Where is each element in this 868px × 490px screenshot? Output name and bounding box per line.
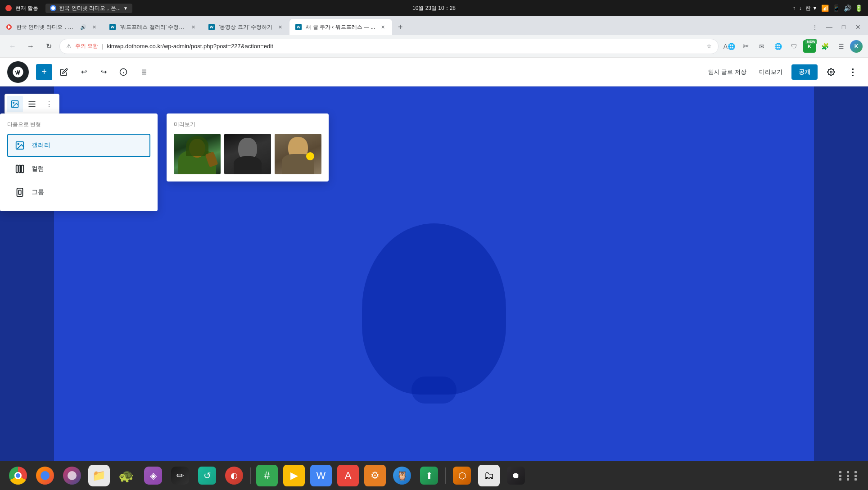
url-bar[interactable]: ⚠ 주의 요함 | kimwp.dothome.co.kr/wp-admin/p… xyxy=(59,39,719,54)
dock-presentation[interactable]: ▶ xyxy=(283,465,305,486)
tab-radio[interactable]: 한국 인터넷 라디오，온... 🔊 ✕ xyxy=(0,19,104,35)
upload-icon: ⬆ xyxy=(420,467,438,485)
extensions-icon[interactable]: 🧩 xyxy=(818,39,832,54)
owl-icon: 🦉 xyxy=(393,467,411,485)
url-divider: | xyxy=(102,43,103,50)
shield-icon[interactable]: 🛡 xyxy=(787,39,801,54)
undo-button[interactable]: ↩ xyxy=(76,64,92,80)
dock-manager[interactable]: ⚙ xyxy=(364,465,386,486)
tab-new-post[interactable]: W 새 글 추가 ‹ 워드프레스 — ... ✕ xyxy=(289,19,392,35)
hand-silhouette xyxy=(411,377,457,404)
preview-image-1 xyxy=(174,134,221,174)
active-tab-indicator[interactable]: 한국 인터넷 라디오，온... ▼ xyxy=(45,4,132,13)
arrow-down-icon[interactable]: ↓ xyxy=(799,5,802,11)
forward-button[interactable]: → xyxy=(23,39,38,54)
dock-swift[interactable]: ◈ xyxy=(142,465,164,486)
address-bar-right: A🌐 ✂ ✉ 🌐 🛡 K NEW 🧩 ☰ K xyxy=(722,39,863,54)
dock-spreadsheet[interactable]: # xyxy=(256,465,278,486)
preview-button[interactable]: 미리보기 xyxy=(755,65,786,79)
app-grid-button[interactable] xyxy=(839,471,861,481)
settings-icon[interactable]: ☰ xyxy=(834,39,848,54)
new-tab-button[interactable]: + xyxy=(392,19,408,35)
taskbar-right: ↑ ↓ 한 ▼ 📶 📱 🔊 🔋 xyxy=(793,5,863,12)
align-block-button[interactable] xyxy=(24,96,40,112)
settings-panel-button[interactable] xyxy=(823,64,839,80)
dock-gajim[interactable]: 🐢 xyxy=(115,465,137,486)
save-draft-button[interactable]: 임시 글로 저장 xyxy=(705,65,750,79)
dock-app1[interactable]: ◐ xyxy=(223,465,245,486)
arrow-up-icon[interactable]: ↑ xyxy=(793,5,796,11)
tab-wp-video[interactable]: W '동영상 크기' 수정하기 ✕ xyxy=(203,19,289,35)
gallery-label: 갤러리 xyxy=(32,141,50,150)
transform-panel: 다음으로 변형 갤러리 xyxy=(0,113,158,211)
volume-icon[interactable]: 🔊 xyxy=(844,5,851,12)
dock-blender[interactable]: ⬡ xyxy=(451,465,473,486)
tab4-close-button[interactable]: ✕ xyxy=(379,23,387,31)
dock-files[interactable]: 📁 xyxy=(88,465,110,486)
back-button[interactable]: ← xyxy=(5,39,20,54)
tab-wp-gallery[interactable]: W '워드프레스 갤러리' 수정하... ✕ xyxy=(104,19,203,35)
new-badge: NEW xyxy=(805,39,817,44)
publish-button[interactable]: 공개 xyxy=(791,64,818,80)
group-transform-icon xyxy=(14,186,26,199)
svg-rect-17 xyxy=(16,165,18,173)
add-block-button[interactable]: + xyxy=(36,64,52,80)
group-label: 그룹 xyxy=(32,188,44,196)
dock-firefox-dev[interactable] xyxy=(61,465,83,486)
writer-icon: W xyxy=(316,470,326,481)
dock-upload[interactable]: ⬆ xyxy=(418,465,440,486)
profile-avatar[interactable]: K xyxy=(850,40,863,53)
extension1-icon[interactable]: ✂ xyxy=(738,39,753,54)
dock-appstore[interactable]: A xyxy=(337,465,359,486)
input-method[interactable]: 한 ▼ xyxy=(805,5,818,12)
dock-owl[interactable]: 🦉 xyxy=(391,465,413,486)
pencil-icon xyxy=(60,68,68,76)
more-options-button[interactable]: ⋮ xyxy=(845,64,861,80)
tab1-close-button[interactable]: ✕ xyxy=(90,23,98,31)
close-window-button[interactable]: ✕ xyxy=(852,21,864,33)
dock-firefox[interactable] xyxy=(34,465,56,486)
dock-separator-2 xyxy=(445,467,446,484)
maximize-button[interactable]: □ xyxy=(837,21,850,33)
dock-circular[interactable]: ↺ xyxy=(196,465,218,486)
chrome-logo-icon xyxy=(9,467,27,485)
dock-obs[interactable]: ⏺ xyxy=(505,465,527,486)
star-icon[interactable]: ☆ xyxy=(706,43,712,50)
transform-item-columns[interactable]: 컬럼 xyxy=(7,157,150,181)
edit-tool-button[interactable] xyxy=(56,64,72,80)
preview-gallery xyxy=(174,134,321,174)
list-view-button[interactable] xyxy=(135,64,151,80)
bluetooth-icon: 📱 xyxy=(832,5,840,12)
reload-button[interactable]: ↻ xyxy=(41,39,56,54)
tab-indicator-title: 한국 인터넷 라디오，온... xyxy=(59,5,121,12)
dock-folder[interactable]: 🗂 xyxy=(478,465,500,486)
url-warning-label: 주의 요함 xyxy=(75,42,98,50)
tab2-close-button[interactable]: ✕ xyxy=(189,23,197,31)
image-block-button[interactable] xyxy=(7,96,23,112)
email-icon[interactable]: ✉ xyxy=(755,39,769,54)
info-button[interactable] xyxy=(115,64,131,80)
dock-writer[interactable]: W xyxy=(310,465,332,486)
tab1-audio-icon: 🔊 xyxy=(80,24,86,30)
redo-button[interactable]: ↪ xyxy=(95,64,112,80)
minimize-button[interactable]: — xyxy=(823,21,836,33)
globe-icon[interactable]: 🌐 xyxy=(771,39,785,54)
wordpress-logo-icon xyxy=(12,66,24,78)
app1-icon: ◐ xyxy=(225,467,243,485)
tab-bar-controls: ⋮ — □ ✕ xyxy=(805,21,868,35)
dock-chrome[interactable] xyxy=(7,465,29,486)
more-block-options-button[interactable]: ⋮ xyxy=(41,96,57,112)
transform-title: 다음으로 변형 xyxy=(7,121,150,128)
tab-search-button[interactable]: ⋮ xyxy=(809,21,821,33)
transform-item-gallery[interactable]: 갤러리 xyxy=(7,134,150,157)
tab3-close-button[interactable]: ✕ xyxy=(276,23,284,31)
translate-icon[interactable]: A🌐 xyxy=(722,39,737,54)
block-toolbar: ⋮ xyxy=(5,94,59,114)
columns-label: 컬럼 xyxy=(32,165,44,173)
wp-logo[interactable] xyxy=(7,61,29,83)
preview-image-2 xyxy=(224,134,271,174)
preview-panel: 미리보기 xyxy=(167,113,329,181)
dock-inkscape[interactable]: ✏ xyxy=(169,465,191,486)
transform-item-group[interactable]: 그룹 xyxy=(7,181,150,204)
taskbar-left: 현재 활동 한국 인터넷 라디오，온... ▼ xyxy=(5,4,132,13)
